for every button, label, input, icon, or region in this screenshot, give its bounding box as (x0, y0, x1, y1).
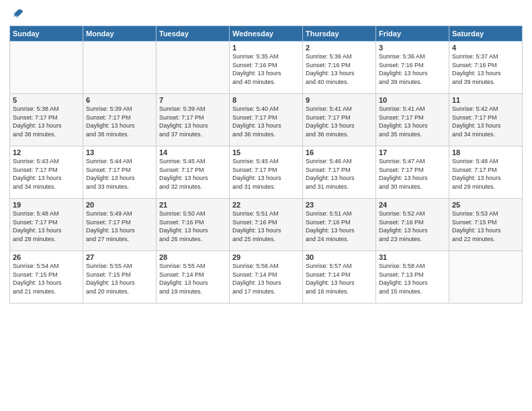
day-number: 12 (13, 148, 80, 156)
day-info: Sunrise: 5:48 AM Sunset: 7:17 PM Dayligh… (13, 210, 80, 243)
header (9, 7, 523, 20)
day-info: Sunrise: 5:35 AM Sunset: 7:16 PM Dayligh… (232, 52, 300, 86)
calendar-cell: 1Sunrise: 5:35 AM Sunset: 7:16 PM Daylig… (230, 42, 303, 94)
day-info: Sunrise: 5:43 AM Sunset: 7:17 PM Dayligh… (13, 157, 80, 191)
day-info: Sunrise: 5:51 AM Sunset: 7:16 PM Dayligh… (232, 210, 300, 243)
calendar-body: 1Sunrise: 5:35 AM Sunset: 7:16 PM Daylig… (10, 42, 523, 304)
day-info: Sunrise: 5:47 AM Sunset: 7:17 PM Dayligh… (379, 157, 446, 191)
calendar-cell: 4Sunrise: 5:37 AM Sunset: 7:16 PM Daylig… (449, 42, 523, 94)
day-info: Sunrise: 5:55 AM Sunset: 7:14 PM Dayligh… (159, 262, 226, 295)
header-day-thursday: Thursday (303, 26, 376, 42)
day-number: 26 (13, 253, 80, 261)
header-day-sunday: Sunday (10, 26, 83, 42)
calendar-cell: 6Sunrise: 5:39 AM Sunset: 7:17 PM Daylig… (83, 94, 157, 146)
calendar-cell: 24Sunrise: 5:52 AM Sunset: 7:16 PM Dayli… (376, 199, 449, 251)
header-day-monday: Monday (83, 26, 157, 42)
calendar-cell: 9Sunrise: 5:41 AM Sunset: 7:17 PM Daylig… (303, 94, 376, 146)
week-row-2: 5Sunrise: 5:38 AM Sunset: 7:17 PM Daylig… (10, 94, 523, 146)
calendar-cell: 12Sunrise: 5:43 AM Sunset: 7:17 PM Dayli… (10, 146, 83, 199)
day-info: Sunrise: 5:36 AM Sunset: 7:16 PM Dayligh… (379, 52, 446, 86)
day-info: Sunrise: 5:52 AM Sunset: 7:16 PM Dayligh… (379, 210, 446, 243)
day-info: Sunrise: 5:41 AM Sunset: 7:17 PM Dayligh… (379, 105, 446, 138)
day-number: 7 (159, 96, 226, 104)
day-info: Sunrise: 5:48 AM Sunset: 7:17 PM Dayligh… (452, 157, 519, 191)
day-info: Sunrise: 5:39 AM Sunset: 7:17 PM Dayligh… (86, 105, 153, 138)
calendar-cell: 13Sunrise: 5:44 AM Sunset: 7:17 PM Dayli… (83, 146, 157, 199)
calendar-cell (157, 42, 230, 94)
calendar-cell: 29Sunrise: 5:56 AM Sunset: 7:14 PM Dayli… (230, 251, 303, 304)
calendar-cell: 28Sunrise: 5:55 AM Sunset: 7:14 PM Dayli… (157, 251, 230, 304)
week-row-1: 1Sunrise: 5:35 AM Sunset: 7:16 PM Daylig… (10, 42, 523, 94)
day-number: 2 (306, 44, 373, 52)
day-number: 30 (306, 253, 373, 261)
calendar-cell: 22Sunrise: 5:51 AM Sunset: 7:16 PM Dayli… (230, 199, 303, 251)
day-info: Sunrise: 5:39 AM Sunset: 7:17 PM Dayligh… (159, 105, 226, 138)
calendar-cell: 25Sunrise: 5:53 AM Sunset: 7:15 PM Dayli… (449, 199, 523, 251)
calendar-cell (83, 42, 157, 94)
day-info: Sunrise: 5:44 AM Sunset: 7:17 PM Dayligh… (86, 157, 153, 191)
day-info: Sunrise: 5:49 AM Sunset: 7:17 PM Dayligh… (86, 210, 153, 243)
logo (9, 7, 24, 20)
logo-bird-icon (11, 7, 24, 20)
day-number: 8 (232, 96, 300, 104)
day-number: 3 (379, 44, 446, 52)
page-container: SundayMondayTuesdayWednesdayThursdayFrid… (0, 0, 532, 310)
day-number: 18 (452, 148, 519, 156)
calendar-cell: 2Sunrise: 5:36 AM Sunset: 7:16 PM Daylig… (303, 42, 376, 94)
calendar-cell: 23Sunrise: 5:51 AM Sunset: 7:16 PM Dayli… (303, 199, 376, 251)
week-row-3: 12Sunrise: 5:43 AM Sunset: 7:17 PM Dayli… (10, 146, 523, 199)
day-number: 21 (159, 201, 226, 209)
day-number: 1 (232, 44, 300, 52)
calendar-cell: 31Sunrise: 5:58 AM Sunset: 7:13 PM Dayli… (376, 251, 449, 304)
day-number: 17 (379, 148, 446, 156)
day-info: Sunrise: 5:50 AM Sunset: 7:16 PM Dayligh… (159, 210, 226, 243)
calendar-cell: 16Sunrise: 5:46 AM Sunset: 7:17 PM Dayli… (303, 146, 376, 199)
calendar-cell: 3Sunrise: 5:36 AM Sunset: 7:16 PM Daylig… (376, 42, 449, 94)
day-info: Sunrise: 5:45 AM Sunset: 7:17 PM Dayligh… (232, 157, 300, 191)
day-number: 29 (232, 253, 300, 261)
day-info: Sunrise: 5:55 AM Sunset: 7:15 PM Dayligh… (86, 262, 153, 295)
day-info: Sunrise: 5:36 AM Sunset: 7:16 PM Dayligh… (306, 52, 373, 86)
day-number: 10 (379, 96, 446, 104)
calendar-cell: 11Sunrise: 5:42 AM Sunset: 7:17 PM Dayli… (449, 94, 523, 146)
day-number: 16 (306, 148, 373, 156)
day-number: 11 (452, 96, 519, 104)
day-info: Sunrise: 5:57 AM Sunset: 7:14 PM Dayligh… (306, 262, 373, 295)
day-number: 9 (306, 96, 373, 104)
day-number: 19 (13, 201, 80, 209)
calendar-cell: 14Sunrise: 5:45 AM Sunset: 7:17 PM Dayli… (157, 146, 230, 199)
calendar-cell: 7Sunrise: 5:39 AM Sunset: 7:17 PM Daylig… (157, 94, 230, 146)
calendar-table: SundayMondayTuesdayWednesdayThursdayFrid… (9, 26, 523, 304)
day-info: Sunrise: 5:54 AM Sunset: 7:15 PM Dayligh… (13, 262, 80, 295)
calendar-cell (10, 42, 83, 94)
header-day-saturday: Saturday (449, 26, 523, 42)
day-number: 28 (159, 253, 226, 261)
calendar-cell: 8Sunrise: 5:40 AM Sunset: 7:17 PM Daylig… (230, 94, 303, 146)
day-number: 24 (379, 201, 446, 209)
calendar-cell: 18Sunrise: 5:48 AM Sunset: 7:17 PM Dayli… (449, 146, 523, 199)
calendar-cell: 27Sunrise: 5:55 AM Sunset: 7:15 PM Dayli… (83, 251, 157, 304)
header-day-friday: Friday (376, 26, 449, 42)
day-number: 5 (13, 96, 80, 104)
day-number: 31 (379, 253, 446, 261)
day-info: Sunrise: 5:40 AM Sunset: 7:17 PM Dayligh… (232, 105, 300, 138)
calendar-cell (449, 251, 523, 304)
day-number: 13 (86, 148, 153, 156)
day-number: 25 (452, 201, 519, 209)
day-number: 15 (232, 148, 300, 156)
day-info: Sunrise: 5:45 AM Sunset: 7:17 PM Dayligh… (159, 157, 226, 191)
day-info: Sunrise: 5:38 AM Sunset: 7:17 PM Dayligh… (13, 105, 80, 138)
week-row-5: 26Sunrise: 5:54 AM Sunset: 7:15 PM Dayli… (10, 251, 523, 304)
day-number: 6 (86, 96, 153, 104)
day-number: 4 (452, 44, 519, 52)
calendar-cell: 15Sunrise: 5:45 AM Sunset: 7:17 PM Dayli… (230, 146, 303, 199)
week-row-4: 19Sunrise: 5:48 AM Sunset: 7:17 PM Dayli… (10, 199, 523, 251)
calendar-cell: 26Sunrise: 5:54 AM Sunset: 7:15 PM Dayli… (10, 251, 83, 304)
day-info: Sunrise: 5:58 AM Sunset: 7:13 PM Dayligh… (379, 262, 446, 295)
day-number: 14 (159, 148, 226, 156)
calendar-cell: 20Sunrise: 5:49 AM Sunset: 7:17 PM Dayli… (83, 199, 157, 251)
day-number: 20 (86, 201, 153, 209)
header-day-wednesday: Wednesday (230, 26, 303, 42)
calendar-header: SundayMondayTuesdayWednesdayThursdayFrid… (10, 26, 523, 42)
header-day-tuesday: Tuesday (157, 26, 230, 42)
